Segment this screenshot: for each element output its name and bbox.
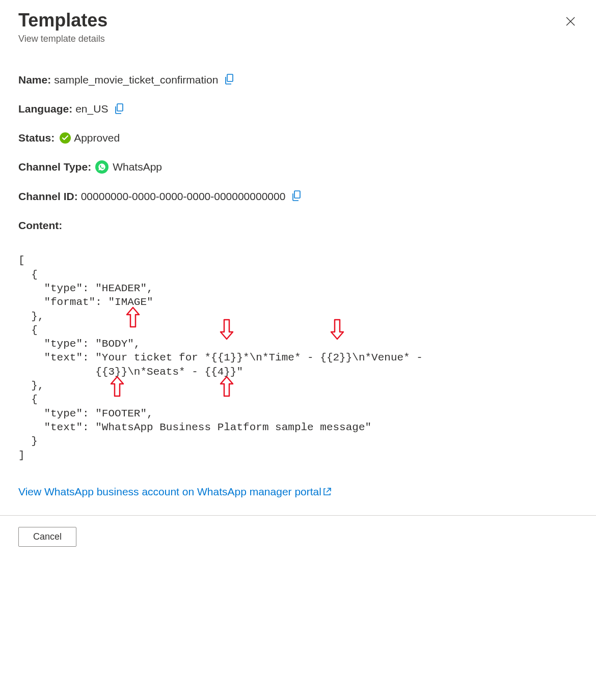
close-icon <box>565 16 576 26</box>
arrow-up-icon <box>126 306 140 328</box>
page-title: Templates <box>18 10 107 31</box>
name-label: Name: <box>18 73 51 87</box>
arrow-up-icon <box>110 376 124 397</box>
channel-id-label: Channel ID: <box>18 189 78 203</box>
channel-type-label: Channel Type: <box>18 160 91 174</box>
copy-name-button[interactable] <box>224 74 234 85</box>
channel-id-row: Channel ID: 00000000-0000-0000-0000-0000… <box>18 189 578 203</box>
name-row: Name: sample_movie_ticket_confirmation <box>18 73 578 87</box>
content-json: [ { "type": "HEADER", "format": "IMAGE" … <box>18 254 578 462</box>
copy-icon <box>224 74 234 85</box>
svg-rect-3 <box>117 104 123 111</box>
status-badge <box>60 132 71 144</box>
copy-icon <box>291 190 302 202</box>
content-label: Content: <box>18 218 62 232</box>
content-row: Content: <box>18 218 578 232</box>
status-label: Status: <box>18 131 55 145</box>
copy-icon <box>114 103 124 115</box>
svg-rect-4 <box>294 191 300 198</box>
channel-id-value: 00000000-0000-0000-0000-000000000000 <box>81 189 286 203</box>
status-value: Approved <box>74 131 120 145</box>
status-row: Status: Approved <box>18 131 578 145</box>
link-text: View WhatsApp business account on WhatsA… <box>18 486 321 497</box>
cancel-button[interactable]: Cancel <box>18 527 76 547</box>
external-link-icon <box>322 487 332 496</box>
svg-line-5 <box>327 488 331 492</box>
page-subtitle: View template details <box>18 34 107 44</box>
copy-language-button[interactable] <box>114 103 124 115</box>
language-row: Language: en_US <box>18 102 578 116</box>
svg-rect-2 <box>227 74 233 81</box>
language-label: Language: <box>18 102 72 116</box>
whatsapp-icon <box>95 160 109 174</box>
check-icon <box>62 134 69 142</box>
close-button[interactable] <box>563 14 578 29</box>
channel-type-value: WhatsApp <box>113 160 162 174</box>
whatsapp-portal-link[interactable]: View WhatsApp business account on WhatsA… <box>18 486 332 497</box>
language-value: en_US <box>75 102 108 116</box>
arrow-up-icon <box>220 376 234 397</box>
copy-channel-id-button[interactable] <box>291 190 302 202</box>
arrow-down-icon <box>330 319 344 340</box>
name-value: sample_movie_ticket_confirmation <box>54 73 218 87</box>
channel-type-row: Channel Type: WhatsApp <box>18 160 578 174</box>
arrow-down-icon <box>220 319 234 340</box>
